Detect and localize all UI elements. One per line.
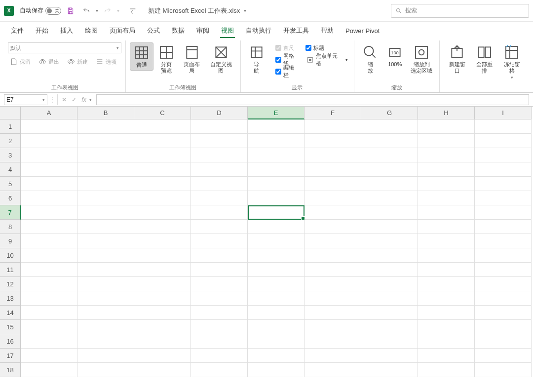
cell[interactable] xyxy=(418,177,475,191)
cell[interactable] xyxy=(77,148,134,162)
cell[interactable] xyxy=(191,162,248,177)
cell[interactable] xyxy=(77,162,134,177)
undo-button[interactable] xyxy=(80,4,93,17)
cell[interactable] xyxy=(191,205,248,220)
cell[interactable] xyxy=(77,291,134,306)
cell[interactable] xyxy=(21,349,77,363)
tab-insert[interactable]: 插入 xyxy=(54,23,79,38)
cell[interactable] xyxy=(21,234,77,248)
col-header-I[interactable]: I xyxy=(475,107,532,119)
tab-formulas[interactable]: 公式 xyxy=(141,23,166,38)
cell[interactable] xyxy=(418,248,475,263)
cell[interactable] xyxy=(21,263,77,277)
cell[interactable] xyxy=(418,291,475,306)
cell[interactable] xyxy=(191,119,248,134)
row-header[interactable]: 15 xyxy=(0,320,21,334)
cell[interactable] xyxy=(191,220,248,234)
cell[interactable] xyxy=(191,234,248,248)
cell[interactable] xyxy=(21,334,77,349)
cell[interactable] xyxy=(77,334,134,349)
cell[interactable] xyxy=(475,306,532,320)
cell[interactable] xyxy=(305,220,361,234)
cell[interactable] xyxy=(475,334,532,349)
tab-home[interactable]: 开始 xyxy=(30,23,54,38)
cell[interactable] xyxy=(21,277,77,291)
cell[interactable] xyxy=(134,205,191,220)
cell[interactable] xyxy=(248,291,305,306)
cell[interactable] xyxy=(134,119,191,134)
cell[interactable] xyxy=(21,119,77,134)
cell[interactable] xyxy=(361,248,418,263)
cell[interactable] xyxy=(191,363,248,377)
page-layout-button[interactable]: 页面布局 xyxy=(179,42,205,76)
cell[interactable] xyxy=(77,277,134,291)
gridlines-checkbox[interactable]: 网格线 xyxy=(274,54,299,65)
cell[interactable] xyxy=(475,277,532,291)
cell[interactable] xyxy=(475,148,532,162)
cell[interactable] xyxy=(361,277,418,291)
cell[interactable] xyxy=(475,234,532,248)
cell[interactable] xyxy=(248,277,305,291)
cell[interactable] xyxy=(475,263,532,277)
cell[interactable] xyxy=(418,334,475,349)
cell[interactable] xyxy=(305,320,361,334)
cell[interactable] xyxy=(418,263,475,277)
cell[interactable] xyxy=(361,349,418,363)
page-break-button[interactable]: 分页 预览 xyxy=(154,42,178,76)
row-header[interactable]: 8 xyxy=(0,220,21,234)
customize-qat-button[interactable] xyxy=(126,4,139,17)
cell[interactable] xyxy=(418,119,475,134)
cell[interactable] xyxy=(134,320,191,334)
cell[interactable] xyxy=(77,363,134,377)
cell[interactable] xyxy=(418,349,475,363)
cell[interactable] xyxy=(134,363,191,377)
new-window-button[interactable]: 新建窗口 xyxy=(444,42,470,76)
cell[interactable] xyxy=(134,177,191,191)
cell[interactable] xyxy=(134,291,191,306)
cell[interactable] xyxy=(21,205,77,220)
cell[interactable] xyxy=(475,291,532,306)
col-header-D[interactable]: D xyxy=(191,107,248,119)
cell[interactable] xyxy=(475,248,532,263)
autosave-toggle-icon[interactable]: 关 xyxy=(45,7,61,15)
tab-developer[interactable]: 开发工具 xyxy=(277,23,315,38)
search-input[interactable]: 搜索 xyxy=(391,4,529,18)
cell[interactable] xyxy=(305,162,361,177)
document-title[interactable]: 新建 Microsoft Excel 工作表.xlsx xyxy=(148,6,240,15)
cell[interactable] xyxy=(134,162,191,177)
cell[interactable] xyxy=(77,177,134,191)
select-all-corner[interactable] xyxy=(0,107,21,119)
cell[interactable] xyxy=(21,148,77,162)
cell[interactable] xyxy=(418,148,475,162)
cell[interactable] xyxy=(418,162,475,177)
row-header[interactable]: 13 xyxy=(0,291,21,306)
cell[interactable] xyxy=(191,320,248,334)
cell[interactable] xyxy=(418,191,475,205)
cell[interactable] xyxy=(361,263,418,277)
cell[interactable] xyxy=(418,320,475,334)
cell[interactable] xyxy=(21,134,77,148)
tab-help[interactable]: 帮助 xyxy=(315,23,340,38)
cell[interactable] xyxy=(21,306,77,320)
cell[interactable] xyxy=(21,291,77,306)
cell[interactable] xyxy=(134,234,191,248)
cell[interactable] xyxy=(248,263,305,277)
cell[interactable] xyxy=(305,306,361,320)
cell[interactable] xyxy=(191,248,248,263)
cell[interactable] xyxy=(134,134,191,148)
cell[interactable] xyxy=(191,334,248,349)
cell[interactable] xyxy=(475,363,532,377)
cell[interactable] xyxy=(361,291,418,306)
row-header[interactable]: 3 xyxy=(0,148,21,162)
cell[interactable] xyxy=(248,134,305,148)
navigation-button[interactable]: 导 航 xyxy=(245,42,268,76)
cell[interactable] xyxy=(361,220,418,234)
cell[interactable] xyxy=(305,277,361,291)
cell[interactable] xyxy=(361,334,418,349)
cell[interactable] xyxy=(305,263,361,277)
cell[interactable] xyxy=(248,191,305,205)
cell[interactable] xyxy=(418,234,475,248)
cell[interactable] xyxy=(134,248,191,263)
cell[interactable] xyxy=(248,162,305,177)
tab-automate[interactable]: 自动执行 xyxy=(240,23,277,38)
